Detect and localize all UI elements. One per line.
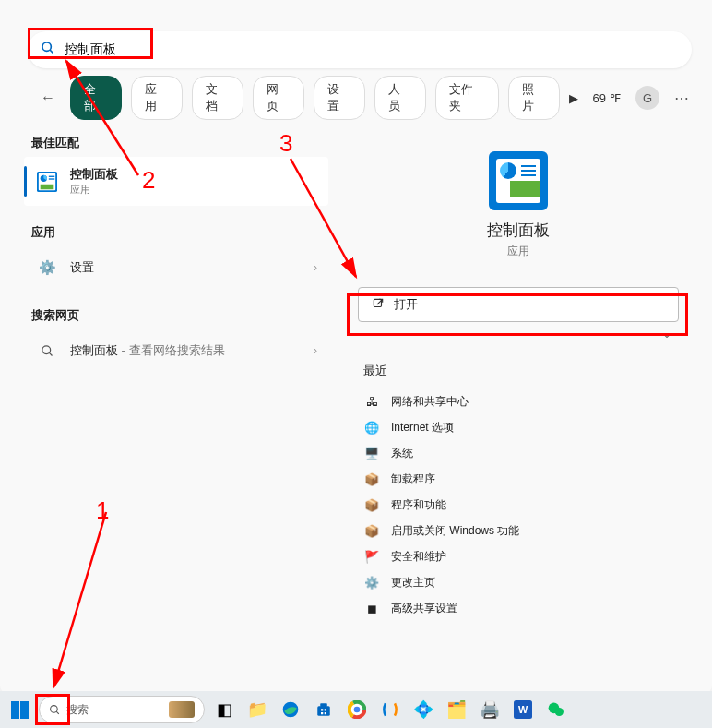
svg-rect-19 — [325, 712, 326, 714]
weather-widget[interactable]: 69℉ — [593, 91, 621, 105]
apps-header: 应用 — [24, 219, 328, 246]
svg-line-12 — [56, 711, 59, 714]
gear-icon: ⚙️ — [35, 256, 59, 280]
recent-item[interactable]: 🖥️系统 — [358, 440, 679, 466]
security-icon: 🚩 — [363, 548, 380, 565]
chevron-right-icon: › — [314, 261, 317, 274]
network-icon: 🖧 — [363, 393, 380, 410]
taskbar-search[interactable]: 搜索 — [39, 696, 205, 723]
tab-settings[interactable]: 设置 — [314, 76, 365, 120]
results-column: 最佳匹配 控制面板 应用 应用 ⚙️ 设置 › 搜索网页 控制面板 - 查看网络… — [24, 129, 328, 372]
svg-rect-10 — [374, 299, 381, 306]
svg-point-24 — [354, 707, 361, 713]
search-bar[interactable] — [28, 31, 692, 68]
tab-docs[interactable]: 文档 — [192, 76, 243, 120]
svg-rect-5 — [49, 175, 54, 176]
chevron-right-icon: › — [314, 344, 317, 357]
taskbar-search-placeholder: 搜索 — [66, 702, 89, 718]
result-web-search[interactable]: 控制面板 - 查看网络搜索结果 › — [24, 329, 328, 372]
windows-logo-icon — [11, 701, 29, 719]
recent-item[interactable]: 📦卸载程序 — [358, 466, 679, 492]
search-input[interactable] — [65, 42, 679, 57]
search-icon — [49, 704, 61, 716]
tab-photos[interactable]: 照片 — [508, 76, 560, 120]
svg-line-9 — [49, 352, 52, 355]
svg-text:W: W — [518, 704, 528, 715]
uninstall-icon: 📦 — [363, 471, 380, 487]
filter-tabs: ← 全部 应用 文档 网页 设置 人员 文件夹 照片 ▶ 69℉ G ⋯ — [35, 81, 690, 114]
tab-folders[interactable]: 文件夹 — [435, 76, 499, 120]
search-highlight-icon — [169, 701, 195, 718]
svg-point-0 — [42, 42, 51, 51]
homepage-icon: ⚙️ — [363, 574, 380, 591]
svg-line-1 — [50, 50, 53, 53]
explorer-icon[interactable]: 📁 — [243, 696, 271, 723]
word-icon[interactable]: W — [509, 696, 537, 723]
system-icon: 🖥️ — [363, 445, 380, 461]
tab-apps[interactable]: 应用 — [131, 76, 183, 120]
recent-item[interactable]: 🌐Internet 选项 — [358, 414, 679, 440]
open-icon — [372, 297, 385, 313]
store-icon[interactable] — [310, 696, 338, 723]
play-icon[interactable]: ▶ — [569, 91, 578, 105]
svg-rect-6 — [49, 178, 54, 179]
internet-icon: 🌐 — [363, 419, 380, 436]
web-result-text: 控制面板 - 查看网络搜索结果 — [70, 342, 225, 359]
preview-app-icon — [489, 151, 548, 210]
preview-title: 控制面板 — [349, 220, 688, 241]
recent-item[interactable]: 🚩安全和维护 — [358, 543, 679, 569]
recent-item[interactable]: ⚙️更改主页 — [358, 569, 679, 595]
svg-rect-16 — [321, 709, 323, 710]
recent-section: 最近 🖧网络和共享中心 🌐Internet 选项 🖥️系统 📦卸载程序 📦程序和… — [358, 363, 679, 621]
tab-web[interactable]: 网页 — [253, 76, 304, 120]
svg-rect-14 — [317, 706, 330, 716]
taskbar: 搜索 ◧ 📁 💠 🗂️ 🖨️ W — [0, 691, 712, 728]
sharing-icon: ◼ — [363, 600, 380, 616]
svg-rect-18 — [321, 712, 323, 714]
more-button[interactable]: ⋯ — [674, 90, 690, 107]
search-icon — [41, 41, 55, 59]
settings-label: 设置 — [70, 259, 94, 276]
preview-column: 控制面板 应用 打开 ⌄ 最近 🖧网络和共享中心 🌐Internet 选项 🖥️… — [349, 129, 688, 621]
open-button[interactable]: 打开 — [358, 287, 679, 322]
svg-point-28 — [555, 708, 564, 716]
recent-item[interactable]: ◼高级共享设置 — [358, 595, 679, 621]
preview-subtitle: 应用 — [349, 244, 688, 259]
programs-icon: 📦 — [363, 496, 380, 513]
search-icon — [35, 339, 59, 363]
app-icon[interactable]: 💠 — [409, 696, 437, 723]
result-subtitle: 应用 — [70, 183, 118, 197]
user-avatar[interactable]: G — [635, 86, 659, 110]
chrome-icon[interactable] — [343, 696, 371, 723]
web-header: 搜索网页 — [24, 302, 328, 329]
recent-header: 最近 — [358, 363, 679, 379]
result-settings[interactable]: ⚙️ 设置 › — [24, 246, 328, 289]
result-control-panel[interactable]: 控制面板 应用 — [24, 157, 328, 206]
result-title: 控制面板 — [70, 166, 118, 183]
windows-features-icon: 📦 — [363, 522, 380, 539]
task-view-icon[interactable]: ◧ — [210, 696, 238, 723]
expand-chevron[interactable]: ⌄ — [349, 322, 688, 340]
control-panel-icon — [35, 170, 59, 194]
app-icon[interactable]: 🖨️ — [476, 696, 504, 723]
svg-point-8 — [42, 345, 50, 353]
back-button[interactable]: ← — [35, 85, 61, 111]
recent-item[interactable]: 📦启用或关闭 Windows 功能 — [358, 518, 679, 543]
start-search-panel: ← 全部 应用 文档 网页 设置 人员 文件夹 照片 ▶ 69℉ G ⋯ 最佳匹… — [0, 0, 712, 693]
start-button[interactable] — [6, 696, 33, 723]
tab-people[interactable]: 人员 — [374, 76, 426, 120]
recent-item[interactable]: 📦程序和功能 — [358, 492, 679, 518]
svg-point-11 — [51, 705, 58, 712]
tab-all[interactable]: 全部 — [70, 76, 122, 120]
svg-rect-15 — [320, 703, 327, 707]
wechat-icon[interactable] — [542, 696, 570, 723]
open-label: 打开 — [394, 296, 418, 313]
best-match-header: 最佳匹配 — [24, 129, 328, 157]
recent-item[interactable]: 🖧网络和共享中心 — [358, 388, 679, 414]
edge-icon[interactable] — [277, 696, 304, 723]
app-icon[interactable]: 🗂️ — [443, 696, 470, 723]
copilot-icon[interactable] — [376, 696, 404, 723]
svg-rect-17 — [325, 709, 326, 710]
svg-rect-7 — [41, 184, 54, 189]
